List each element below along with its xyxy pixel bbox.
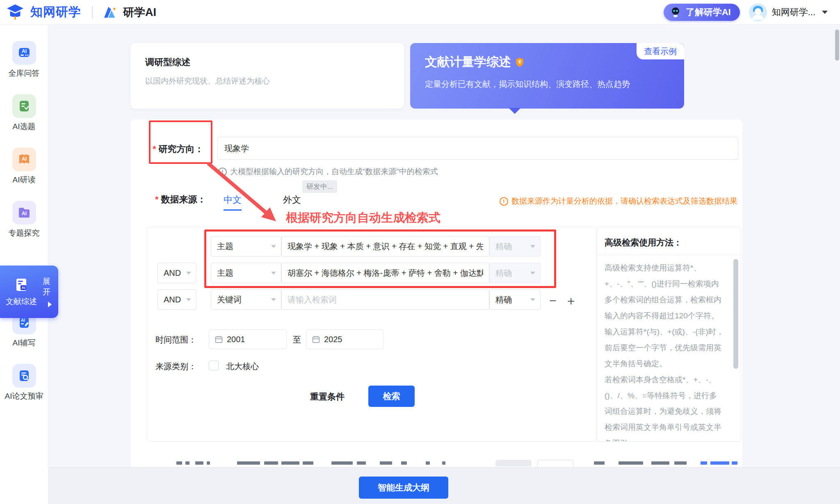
year-from-value: 2001 [227, 335, 245, 344]
search-config-panel: * 研究方向： ! 大模型根据输入的研究方向，自动生成“数据来源”中的检索式 *… [130, 120, 742, 467]
direction-hint: ! 大模型根据输入的研究方向，自动生成“数据来源”中的检索式 [218, 166, 438, 177]
remove-row-button[interactable]: − [549, 295, 557, 307]
view-example-label: 查看示例 [644, 46, 677, 57]
card-subtitle: 定量分析已有文献，揭示知识结构、演变路径、热点趋势 [425, 79, 669, 90]
bottom-action-bar: 智能生成大纲 [48, 467, 840, 504]
view-example-badge[interactable]: 查看示例 [637, 43, 684, 59]
year-from-input[interactable]: 2001 [209, 329, 287, 349]
required-asterisk: * [155, 194, 159, 205]
chevron-down-icon [530, 298, 535, 301]
svg-text:¥: ¥ [518, 59, 521, 65]
document-magnifier-icon [12, 364, 36, 388]
datasource-warning: ! 数据来源作为计量分析的依据，请确认检索表达式及筛选数据结果 [500, 196, 737, 207]
sidebar-item-label: 文献综述 [6, 296, 37, 307]
info-circle-icon: ! [218, 168, 227, 176]
svg-text:AI: AI [21, 318, 25, 322]
chevron-down-icon [271, 245, 276, 248]
expand-arrow-icon [48, 302, 52, 307]
app-window: 知网研学 研学AI 了解研学AI [0, 0, 840, 504]
operator-select-3[interactable]: AND [158, 289, 196, 310]
chevron-down-icon [530, 272, 535, 275]
card-title: 文献计量学综述 ¥ [425, 54, 669, 70]
generate-outline-button[interactable]: 智能生成大纲 [359, 477, 448, 499]
required-asterisk: * [153, 144, 156, 154]
field-select-value: 主题 [217, 241, 233, 252]
svg-text:AI: AI [22, 211, 27, 216]
warning-circle-icon: ! [500, 197, 508, 206]
sidebar-item-literature-review-active[interactable]: AI 文献综述 展开 [0, 266, 58, 318]
svg-text:AI: AI [22, 286, 25, 290]
paid-shield-icon: ¥ [515, 57, 524, 67]
sidebar-item-paper-review[interactable]: AI论文预审 [0, 364, 48, 402]
svg-text:AI: AI [22, 48, 27, 54]
sidebar-item-label: AI选题 [13, 121, 36, 132]
toggle-group-icon [537, 460, 573, 466]
clipped-results-toolbar [171, 460, 737, 466]
username: 知网研学... [772, 6, 815, 18]
field-select-value: 主题 [217, 268, 233, 279]
sidebar-item-special-topic[interactable]: AI 专题探究 [0, 201, 48, 238]
card-survey-review[interactable]: 调研型综述 以国内外研究现状、总结评述为核心 [130, 43, 404, 109]
sidebar-item-topic-select[interactable]: AI选题 [0, 94, 48, 132]
checklist-icon [12, 94, 36, 118]
avatar [749, 3, 767, 21]
chevron-down-icon [271, 298, 276, 301]
search-button[interactable]: 检索 [368, 386, 415, 407]
reset-conditions-button[interactable]: 重置条件 [310, 391, 345, 402]
field-select-3[interactable]: 关键词 [211, 289, 281, 310]
datasource-label: * 数据来源： [155, 193, 206, 206]
operator-select-value: AND [164, 268, 181, 278]
robot-icon [669, 6, 682, 18]
user-menu[interactable]: 知网研学... [749, 3, 828, 21]
field-select-2[interactable]: 主题 [211, 263, 281, 283]
learn-ai-label: 了解研学AI [686, 6, 731, 18]
add-row-button[interactable]: ＋ [565, 295, 577, 307]
field-select-1[interactable]: 主题 [211, 236, 281, 257]
chevron-down-icon [271, 272, 276, 275]
yanxue-ai-logo-icon [103, 6, 117, 19]
card-title: 调研型综述 [145, 56, 389, 68]
tab-foreign[interactable]: 外文 [283, 194, 301, 206]
field-select-value: 关键词 [217, 294, 242, 305]
time-range-to-word: 至 [293, 334, 301, 345]
sidebar: AI 全库问答 AI选题 AI AI研读 AI 专题探究 [0, 25, 48, 504]
advanced-help-paragraph: 若检索词本身含空格或*、+、-、()、/、%、=等特殊符号，进行多词组合运算时，… [605, 372, 724, 442]
operator-select-2[interactable]: AND [158, 263, 196, 283]
top-header: 知网研学 研学AI 了解研学AI [0, 0, 840, 25]
datasource-warning-text: 数据来源作为计量分析的依据，请确认检索表达式及筛选数据结果 [511, 196, 737, 207]
learn-ai-button[interactable]: 了解研学AI [664, 4, 740, 21]
direction-hint-text: 大模型根据输入的研究方向，自动生成“数据来源”中的检索式 [230, 166, 438, 177]
search-builder: 主题 精确 AND 主题 精确 AND [147, 227, 597, 442]
folder-ai-icon: AI [12, 201, 36, 225]
toggle-group-icon [495, 460, 532, 466]
page-scrollbar-thumb[interactable] [835, 30, 839, 61]
header-right: 了解研学AI 知网研学... [664, 3, 828, 21]
source-category-label: 来源类别： [155, 361, 196, 372]
sidebar-item-qa[interactable]: AI 全库问答 [0, 41, 48, 79]
card-bibliometric-review[interactable]: 文献计量学综述 ¥ 定量分析已有文献，揭示知识结构、演变路径、热点趋势 查看示例 [410, 43, 684, 109]
tab-chinese[interactable]: 中文 [224, 194, 242, 211]
match-select-value: 精确 [495, 241, 512, 252]
book-ai-icon: AI [12, 148, 36, 171]
time-range-label: 时间范围： [155, 334, 196, 345]
calendar-icon [215, 336, 223, 343]
pku-core-checkbox[interactable] [209, 361, 219, 370]
match-select-3[interactable]: 精确 [489, 289, 541, 310]
help-scrollbar-thumb[interactable] [733, 259, 738, 369]
pku-core-option-label[interactable]: 北大核心 [226, 361, 259, 372]
sidebar-item-label: 专题探究 [9, 228, 40, 238]
brand-name: 知网研学 [30, 4, 81, 20]
research-direction-input[interactable] [217, 137, 738, 160]
year-to-input[interactable]: 2025 [306, 329, 384, 349]
card-title-text: 文献计量学综述 [425, 54, 511, 70]
term-input-1[interactable] [281, 236, 489, 257]
match-select-1: 精确 [489, 236, 541, 257]
term-input-3[interactable] [281, 289, 489, 310]
term-input-2[interactable] [281, 263, 489, 283]
match-select-value: 精确 [495, 294, 512, 305]
sidebar-item-label: 全库问答 [9, 68, 40, 79]
sidebar-item-reading[interactable]: AI AI研读 [0, 148, 48, 185]
operator-select-value: AND [164, 295, 181, 304]
expand-handle[interactable]: 展开 [43, 276, 57, 307]
research-direction-label: * 研究方向： [153, 143, 204, 155]
